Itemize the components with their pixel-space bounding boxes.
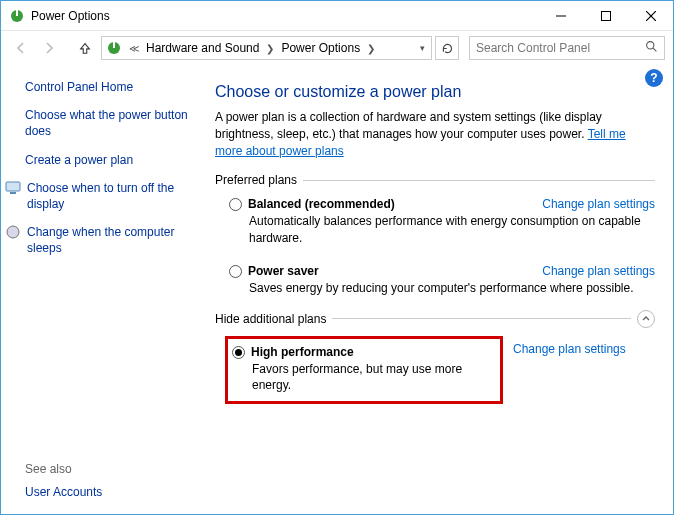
up-button[interactable] [73,36,97,60]
desc-text: A power plan is a collection of hardware… [215,110,602,141]
svg-point-12 [7,226,19,238]
refresh-button[interactable] [435,36,459,60]
collapse-icon[interactable] [637,310,655,328]
address-bar[interactable]: ≪ Hardware and Sound ❯ Power Options ❯ ▾ [101,36,432,60]
svg-point-8 [647,42,654,49]
power-options-icon [9,8,25,24]
sidebar-home[interactable]: Control Panel Home [25,79,203,95]
plan-name[interactable]: High performance [251,345,354,359]
sidebar-link-turn-off-display[interactable]: Choose when to turn off the display [27,180,203,212]
page-title: Choose or customize a power plan [215,83,655,101]
see-also-label: See also [25,462,102,476]
radio-balanced[interactable] [229,198,242,211]
navbar: ≪ Hardware and Sound ❯ Power Options ❯ ▾… [1,31,673,65]
svg-rect-11 [10,192,16,194]
svg-rect-3 [601,11,610,20]
search-icon [645,40,658,56]
see-also-user-accounts[interactable]: User Accounts [25,484,102,500]
plan-desc: Saves energy by reducing your computer's… [249,280,655,296]
hide-additional-label[interactable]: Hide additional plans [215,312,326,326]
divider [303,180,655,181]
sidebar-link-create-plan[interactable]: Create a power plan [25,152,203,168]
close-button[interactable] [628,1,673,30]
breadcrumb-item[interactable]: Hardware and Sound [146,41,259,55]
monitor-icon [5,180,21,196]
svg-line-9 [653,48,656,51]
highlight-box: High performance Favors performance, but… [225,336,503,404]
address-dropdown-icon[interactable]: ▾ [416,43,429,53]
preferred-plans-group: Preferred plans Balanced (recommended) C… [215,173,655,296]
change-plan-settings-link[interactable]: Change plan settings [542,264,655,278]
svg-rect-7 [113,42,115,48]
page-description: A power plan is a collection of hardware… [215,109,655,159]
plan-high-performance: High performance [228,345,494,359]
sidebar-link-power-button[interactable]: Choose what the power button does [25,107,203,139]
plan-name[interactable]: Balanced (recommended) [248,197,395,211]
main-panel: ? Choose or customize a power plan A pow… [211,65,673,514]
svg-rect-1 [16,10,18,16]
search-input[interactable]: Search Control Panel [469,36,665,60]
minimize-button[interactable] [538,1,583,30]
change-plan-settings-link[interactable]: Change plan settings [542,197,655,211]
sidebar: Control Panel Home Choose what the power… [1,65,211,514]
window: Power Options ≪ Hardware and Sound [0,0,674,515]
chevron-right-icon[interactable]: ❯ [263,43,277,54]
help-icon[interactable]: ? [645,69,663,87]
divider [332,318,631,319]
svg-rect-10 [6,182,20,191]
titlebar: Power Options [1,1,673,31]
radio-power-saver[interactable] [229,265,242,278]
see-also: See also User Accounts [25,462,102,500]
plan-desc: Automatically balances performance with … [249,213,655,245]
plan-desc: Favors performance, but may use more ene… [252,361,494,393]
change-plan-settings-link[interactable]: Change plan settings [513,342,626,356]
plan-name[interactable]: Power saver [248,264,319,278]
moon-icon [5,224,21,240]
sidebar-link-computer-sleeps[interactable]: Change when the computer sleeps [27,224,203,256]
additional-plans-group: Hide additional plans High performance [215,310,655,404]
search-placeholder: Search Control Panel [476,41,645,55]
back-button[interactable] [9,36,33,60]
breadcrumb-sep: ≪ [126,43,142,54]
breadcrumb-item[interactable]: Power Options [281,41,360,55]
radio-high-performance[interactable] [232,346,245,359]
chevron-right-icon[interactable]: ❯ [364,43,378,54]
power-options-icon [106,40,122,56]
preferred-plans-label: Preferred plans [215,173,297,187]
maximize-button[interactable] [583,1,628,30]
window-title: Power Options [31,9,110,23]
plan-power-saver: Power saver Change plan settings [215,264,655,278]
forward-button[interactable] [37,36,61,60]
plan-balanced: Balanced (recommended) Change plan setti… [215,197,655,211]
content: Control Panel Home Choose what the power… [1,65,673,514]
